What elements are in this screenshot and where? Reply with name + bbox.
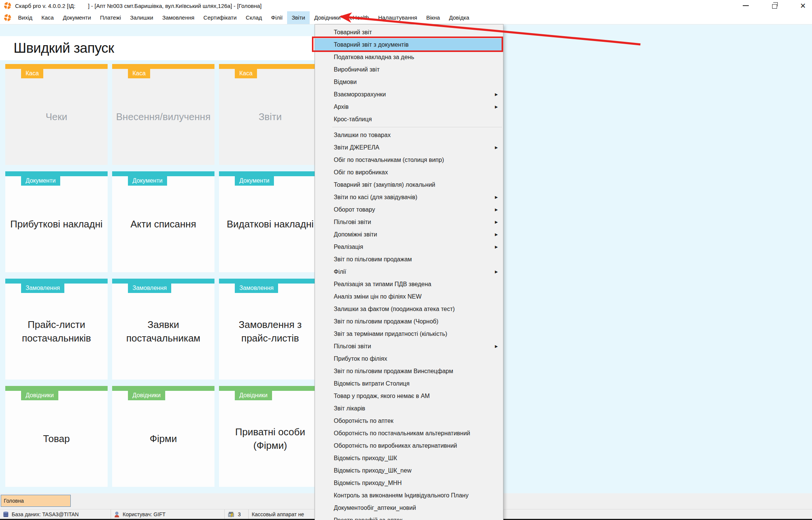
user-icon (114, 511, 120, 518)
menubar-item[interactable]: Сертифікати (199, 11, 241, 24)
menu-bar: Вихід Каса Документи Платежі Залишки Зам… (0, 11, 812, 24)
minimize-icon (743, 5, 749, 6)
restore-button[interactable] (770, 1, 779, 10)
tile-accent-bar (219, 386, 321, 391)
dropdown-menu-item[interactable]: Товарний звіт (закупівля) локальний (315, 178, 503, 191)
quick-launch-tile[interactable]: Документи Видаткові накладні (219, 171, 321, 272)
dropdown-menu-item[interactable]: Звіт лікарів (315, 402, 503, 415)
dropdown-menu-item[interactable]: Відомість приходу_МНН (315, 477, 503, 489)
quick-launch-tile[interactable]: Замовлення Заявки постачальникам (112, 279, 214, 380)
tile-label: Заявки постачальникам (112, 284, 214, 380)
quick-launch-tile[interactable]: Довідники Фірми (112, 386, 214, 487)
quick-launch-header: Швидкий запуск (0, 36, 323, 60)
menubar-item[interactable]: Залишки (126, 11, 158, 24)
quick-launch-tile[interactable]: Каса Чеки (5, 64, 108, 165)
menubar-item[interactable]: Платежі (96, 11, 126, 24)
window-title: Скарб pro v. 4.0.0.2 [ІД: ] - [Апт №003 … (15, 3, 262, 9)
dropdown-menu-item[interactable]: Документообіг_аптеки_новий (315, 502, 503, 514)
dropdown-menu-item[interactable]: Допоміжні звіти (315, 228, 503, 241)
dropdown-menu-item[interactable]: Відомість витрати Столиця (315, 377, 503, 390)
tile-category-badge: Довідники (21, 391, 58, 400)
dropdown-menu-item[interactable]: Товар у продаж, якого немає в АМ (315, 390, 503, 402)
tile-category-badge: Каса (128, 69, 150, 78)
menubar-item[interactable]: Вікна (422, 11, 445, 24)
menubar-item[interactable]: Філії (266, 11, 287, 24)
dropdown-menu-item[interactable]: Залишки по товарах (315, 129, 503, 141)
menubar-item[interactable]: Звіти (287, 11, 310, 24)
status-user-text: Користувач: GIFT (123, 511, 166, 517)
dropdown-menu-item[interactable]: Обіг по виробниках (315, 166, 503, 178)
tile-category-badge: Каса (21, 69, 43, 78)
dropdown-menu-item[interactable]: Звіти ДЖЕРЕЛА (315, 141, 503, 154)
quick-launch-tile[interactable]: Каса Внесення/вилучення (112, 64, 214, 165)
minimize-button[interactable] (741, 1, 750, 10)
menubar-item[interactable]: Налаштування (374, 11, 422, 24)
dropdown-menu-item[interactable]: Оборот товару (315, 203, 503, 216)
dropdown-menu-item[interactable]: Обіг по постачальникам (столиця випр) (315, 154, 503, 166)
tile-accent-bar (5, 386, 108, 391)
quick-launch-tile[interactable]: Довідники Товар (5, 386, 108, 487)
dropdown-menu-item[interactable]: Архів (315, 101, 503, 113)
quick-launch-tile[interactable]: Довідники Приватні особи (Фірми) (219, 386, 321, 487)
dropdown-menu-item[interactable]: Оборотність по постачальникам альтернати… (315, 427, 503, 439)
dropdown-menu-item[interactable]: Товарний звіт (315, 26, 503, 38)
dropdown-menu-item[interactable]: Оборотність по виробниках альтернативний (315, 439, 503, 452)
dropdown-menu-item[interactable]: Звіт по пільговим продажам (Чорноб) (315, 315, 503, 328)
tile-label: Товар (5, 391, 108, 487)
close-button[interactable]: ✕ (798, 1, 807, 10)
tile-category-badge: Довідники (128, 391, 165, 400)
dropdown-menu-item[interactable]: Виробничий звіт (315, 63, 503, 76)
dropdown-menu-item[interactable]: Крос-таблиця (315, 113, 503, 125)
menubar-item[interactable]: Довідники (310, 11, 345, 24)
status-cash-count-panel: 3 (225, 509, 249, 519)
app-logo-icon-small (4, 14, 11, 21)
dropdown-menu-item[interactable]: Відомість приходу_ШК_new (315, 464, 503, 477)
tile-category-badge: Документи (235, 176, 274, 186)
dropdown-menu-item[interactable]: Залишки за фактом (поодинока атека тест) (315, 303, 503, 315)
dropdown-menu-item[interactable]: Звіт по пільговим продажам (315, 253, 503, 265)
tile-label: Чеки (5, 69, 108, 165)
dropdown-menu-item[interactable]: Податкова накладна за день (315, 51, 503, 63)
dropdown-menu-item[interactable]: Відмови (315, 76, 503, 88)
reports-dropdown-menu: Товарний звіт Товарний звіт з документів… (315, 24, 503, 520)
menubar-item[interactable]: Довідка (444, 11, 474, 24)
quick-launch-tile[interactable]: Каса Звіти (219, 64, 321, 165)
dropdown-menu-item[interactable]: Пільгові звіти (315, 216, 503, 228)
quick-launch-tile[interactable]: Документи Акти списання (112, 171, 214, 272)
status-database-text: База даних: TASA3@TITAN (12, 511, 79, 517)
cash-register-icon (228, 511, 235, 518)
status-message-panel: Кассовый аппарат не (249, 509, 308, 519)
quick-launch-tile[interactable]: Замовлення Прайс-листи постачальників (5, 279, 108, 380)
dropdown-menu-item[interactable]: Реалізація (315, 241, 503, 253)
tile-label: Прибуткові накладні (5, 176, 108, 272)
dropdown-menu-item[interactable]: Відомість приходу_ШК (315, 452, 503, 464)
menubar-item[interactable]: Каса (37, 11, 58, 24)
dropdown-menu-item[interactable]: Реєстр парафій за аптек (315, 514, 503, 520)
menubar-item[interactable]: Документи (58, 11, 96, 24)
app-logo-icon (4, 2, 11, 9)
dropdown-menu-item[interactable]: Пільгові звіти (315, 340, 503, 352)
dropdown-menu-item[interactable]: Звіти по касі (для завідувачів) (315, 191, 503, 203)
dropdown-menu-item[interactable]: Реалізація за типами ПДВ зведена (315, 278, 503, 290)
quick-launch-tile[interactable]: Документи Прибуткові накладні (5, 171, 108, 272)
tile-accent-bar (112, 386, 214, 391)
dropdown-menu-item[interactable]: Оборотність по аптек (315, 415, 503, 427)
dropdown-menu-item[interactable]: Звіт за термінами придатності (кількість… (315, 328, 503, 340)
dropdown-menu-item[interactable]: Прибуток по філіях (315, 352, 503, 365)
dropdown-menu-item[interactable]: Філії (315, 265, 503, 278)
dropdown-menu-item[interactable]: Контроль за виконанням Індивідуального П… (315, 489, 503, 502)
menubar-item[interactable]: Замовлення (158, 11, 199, 24)
menubar-item[interactable]: Склад (241, 11, 266, 24)
tile-label: Замовлення з прайс-листів (219, 284, 321, 380)
menubar-item[interactable]: eHealth (345, 11, 374, 24)
tile-accent-bar (112, 279, 214, 284)
dropdown-menu-item[interactable]: Взаєморозрахунки (315, 88, 503, 101)
dropdown-menu-item[interactable]: Аналіз зміни цін по філіях NEW (315, 290, 503, 303)
tile-accent-bar (219, 64, 321, 69)
menubar-item[interactable]: Вихід (14, 11, 37, 24)
tile-accent-bar (112, 64, 214, 69)
dropdown-menu-item[interactable]: Звіт по пільговим продажам Винспецфарм (315, 365, 503, 377)
tab-main[interactable]: Головна (1, 495, 71, 507)
quick-launch-tile[interactable]: Замовлення Замовлення з прайс-листів (219, 279, 321, 380)
dropdown-menu-item[interactable]: Товарний звіт з документів (315, 38, 503, 51)
